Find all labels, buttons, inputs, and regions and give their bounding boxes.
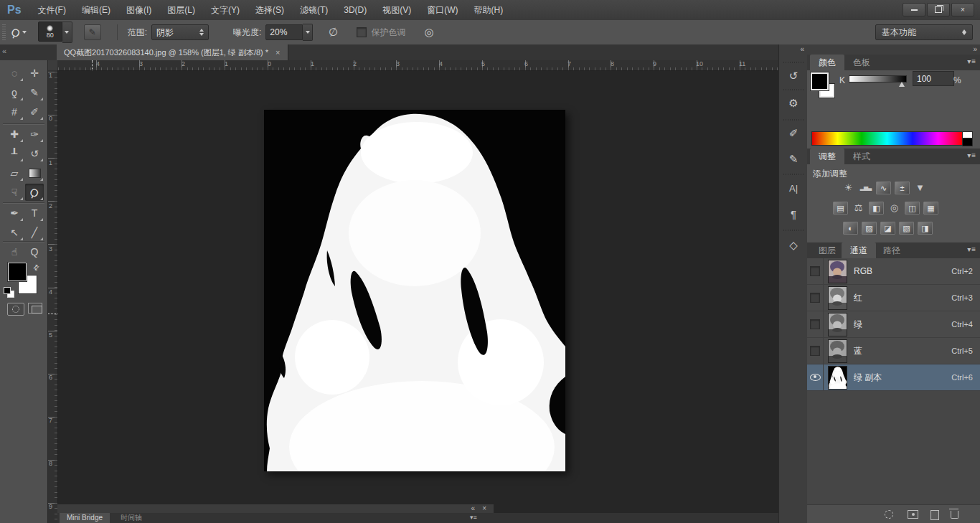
- clone-stamp-tool[interactable]: ┸: [5, 145, 24, 162]
- posterize-icon[interactable]: ▨: [862, 222, 877, 235]
- menu-filter[interactable]: 滤镜(T): [292, 0, 336, 20]
- character-panel-button[interactable]: A|: [783, 178, 804, 198]
- paragraph-panel-button[interactable]: ¶: [783, 204, 804, 224]
- gradient-tool[interactable]: [25, 164, 44, 182]
- exposure-input[interactable]: 20%: [265, 24, 303, 40]
- path-selection-tool[interactable]: ↖: [5, 224, 24, 241]
- save-selection-button[interactable]: [908, 510, 918, 519]
- menu-file[interactable]: 文件(F): [30, 0, 74, 20]
- brush-tool[interactable]: ✑: [25, 126, 44, 143]
- foreground-color-swatch[interactable]: [811, 72, 829, 90]
- minimize-button[interactable]: [903, 3, 925, 17]
- swap-colors-icon[interactable]: ⇄: [31, 263, 41, 273]
- vibrance-icon[interactable]: ▼: [913, 182, 927, 193]
- color-balance-icon[interactable]: ⚖: [852, 202, 865, 213]
- options-grip[interactable]: [2, 24, 6, 40]
- black-swatch[interactable]: [962, 138, 973, 146]
- menu-help[interactable]: 帮助(H): [466, 0, 512, 20]
- color-spectrum-ramp[interactable]: [811, 131, 963, 146]
- color-lookup-icon[interactable]: ▦: [923, 202, 938, 215]
- collapse-arrows-icon[interactable]: «: [471, 504, 476, 513]
- collapse-arrows-icon[interactable]: «: [2, 47, 6, 55]
- smudge-tool[interactable]: ☟: [5, 184, 24, 201]
- new-channel-button[interactable]: [930, 510, 939, 520]
- toggle-brush-panel-button[interactable]: ✎: [84, 24, 101, 40]
- panel-menu-icon[interactable]: ▾≡: [967, 245, 976, 253]
- document-tab[interactable]: QQ截图20170326083140.jpg @ 158% (图层1, 绿 副本…: [57, 44, 288, 60]
- levels-icon[interactable]: ▂▅▃: [859, 182, 872, 193]
- panel-menu-icon[interactable]: ▾≡: [470, 514, 477, 521]
- selective-color-icon[interactable]: ◨: [918, 222, 933, 235]
- hand-tool[interactable]: ☝: [5, 243, 24, 260]
- tab-timeline[interactable]: 时间轴: [113, 513, 149, 523]
- delete-channel-button[interactable]: [951, 509, 958, 519]
- tab-swatches[interactable]: 色板: [844, 55, 879, 70]
- close-button[interactable]: ×: [951, 3, 974, 17]
- brush-dropdown-button[interactable]: [62, 22, 72, 43]
- channel-row-green-copy[interactable]: 绿 副本 Ctrl+6: [807, 364, 980, 391]
- tab-mini-bridge[interactable]: Mini Bridge: [60, 513, 110, 523]
- pen-tool[interactable]: ✒: [5, 204, 24, 222]
- load-selection-button[interactable]: [885, 510, 893, 519]
- tab-styles[interactable]: 样式: [844, 149, 879, 164]
- curves-icon[interactable]: ∿: [876, 182, 891, 194]
- visibility-cell[interactable]: [807, 311, 824, 337]
- exposure-dropdown-button[interactable]: [303, 24, 313, 41]
- tab-layers[interactable]: 图层: [810, 242, 844, 258]
- panel-menu-icon[interactable]: ▾≡: [967, 151, 976, 159]
- zoom-tool[interactable]: Q: [25, 243, 44, 260]
- menu-type[interactable]: 文字(Y): [203, 0, 248, 20]
- ruler-origin-box[interactable]: [47, 60, 58, 71]
- gradient-map-icon[interactable]: ▧: [899, 222, 914, 235]
- close-panel-icon[interactable]: ×: [482, 504, 486, 513]
- document-image[interactable]: [264, 110, 565, 471]
- visibility-cell[interactable]: [807, 285, 824, 311]
- dodge-tool[interactable]: Ϙ: [25, 184, 44, 201]
- vertical-ruler[interactable]: 1 0 1 2 3 4 5 6 7 8 9: [47, 70, 58, 523]
- menu-3d[interactable]: 3D(D): [336, 0, 374, 20]
- airbrush-toggle-icon[interactable]: ∅: [328, 25, 339, 39]
- panel-menu-icon[interactable]: ▾≡: [967, 57, 976, 65]
- move-tool[interactable]: ✛: [25, 65, 44, 82]
- menu-window[interactable]: 窗口(W): [419, 0, 466, 20]
- visibility-cell[interactable]: [807, 338, 824, 364]
- elliptical-marquee-tool[interactable]: ◌: [5, 65, 24, 82]
- quick-mask-button[interactable]: [7, 303, 24, 316]
- close-document-icon[interactable]: ×: [275, 48, 280, 57]
- channel-row-red[interactable]: 红 Ctrl+3: [807, 285, 980, 311]
- collapse-to-icons-icon[interactable]: »: [973, 45, 977, 53]
- exposure-icon[interactable]: ±: [895, 182, 910, 194]
- brightness-contrast-icon[interactable]: ☀: [842, 182, 855, 193]
- quick-selection-tool[interactable]: ✎: [25, 84, 44, 101]
- 3d-panel-button[interactable]: ◇: [783, 235, 804, 255]
- hue-saturation-icon[interactable]: ▤: [833, 202, 848, 215]
- type-tool[interactable]: T: [25, 204, 44, 222]
- tool-preset-picker[interactable]: Ϙ: [11, 27, 27, 39]
- range-select[interactable]: 阴影: [151, 24, 209, 40]
- history-panel-button[interactable]: ↺: [783, 66, 804, 86]
- lasso-tool[interactable]: ƍ: [5, 84, 24, 101]
- menu-select[interactable]: 选择(S): [248, 0, 292, 20]
- k-value-input[interactable]: 100: [913, 71, 954, 86]
- visibility-cell[interactable]: [807, 258, 824, 284]
- invert-icon[interactable]: ◐: [843, 222, 858, 235]
- brush-presets-panel-button[interactable]: ✎: [783, 149, 804, 169]
- crop-tool[interactable]: #: [5, 103, 24, 121]
- channel-row-blue[interactable]: 蓝 Ctrl+5: [807, 338, 980, 364]
- history-brush-tool[interactable]: ↺: [25, 145, 44, 162]
- k-slider-track[interactable]: [849, 75, 907, 83]
- horizontal-ruler[interactable]: 4 3 2 1 0 1 2 3 4 5 6 7 8 9 10 11: [57, 60, 778, 71]
- screen-mode-button[interactable]: [28, 303, 42, 314]
- channel-row-rgb[interactable]: RGB Ctrl+2: [807, 258, 980, 285]
- restore-button[interactable]: [927, 3, 950, 17]
- channel-mixer-icon[interactable]: ◫: [905, 202, 920, 215]
- eraser-tool[interactable]: ▱: [5, 164, 24, 182]
- menu-edit[interactable]: 编辑(E): [74, 0, 118, 20]
- menu-layer[interactable]: 图层(L): [159, 0, 203, 20]
- tab-paths[interactable]: 路径: [875, 242, 909, 258]
- line-tool[interactable]: ╱: [25, 224, 44, 241]
- default-colors-icon[interactable]: [4, 287, 11, 294]
- menu-image[interactable]: 图像(I): [118, 0, 159, 20]
- visibility-cell[interactable]: [807, 364, 824, 390]
- tablet-pressure-icon[interactable]: ◎: [424, 26, 433, 39]
